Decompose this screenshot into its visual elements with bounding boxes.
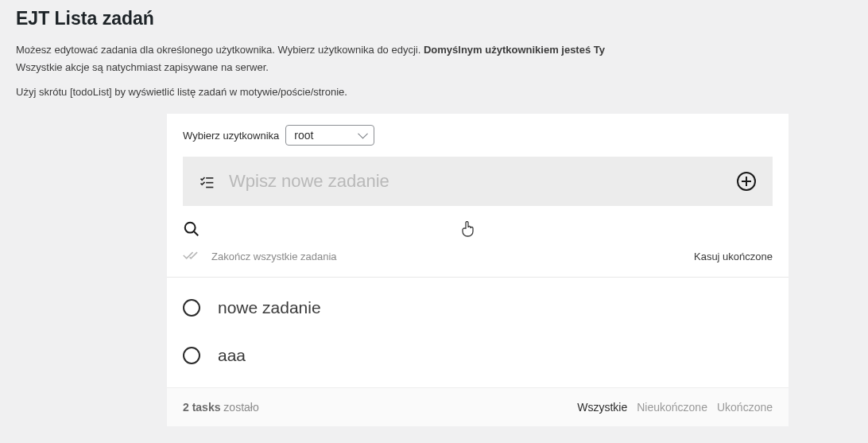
task-list: nowe zadanie aaa <box>167 278 789 387</box>
new-task-bar <box>183 157 773 206</box>
bulk-actions-row: Zakończ wszystkie zadania Kasuj ukończon… <box>167 249 789 278</box>
task-count: 2 tasks zostało <box>183 401 259 414</box>
checklist-icon <box>199 173 215 189</box>
intro-text: Możesz edytować zadania dla określonego … <box>16 41 852 76</box>
svg-point-6 <box>185 223 196 233</box>
plus-circle-icon <box>736 171 757 192</box>
complete-all-button[interactable]: Zakończ wszystkie zadania <box>183 249 337 264</box>
todo-footer: 2 tasks zostało Wszystkie Nieukończone U… <box>167 387 789 426</box>
double-check-icon <box>183 249 200 264</box>
user-select-label: Wybierz uzytkownika <box>183 130 279 142</box>
task-label[interactable]: nowe zadanie <box>218 298 321 317</box>
user-select-row: Wybierz uzytkownika root <box>167 125 789 157</box>
add-task-button[interactable] <box>736 171 757 192</box>
task-toggle-checkbox[interactable] <box>183 299 200 317</box>
todo-panel: Wybierz uzytkownika root <box>167 114 789 426</box>
svg-line-7 <box>194 231 198 235</box>
page-title: EJT Lista zadań <box>16 8 852 29</box>
new-task-input[interactable] <box>229 171 722 192</box>
filter-group: Wszystkie Nieukończone Ukończone <box>577 401 773 414</box>
task-item: nowe zadanie <box>167 284 789 332</box>
task-toggle-checkbox[interactable] <box>183 347 200 364</box>
task-label[interactable]: aaa <box>218 346 246 365</box>
filter-all[interactable]: Wszystkie <box>577 401 627 414</box>
filter-active[interactable]: Nieukończone <box>637 401 707 414</box>
user-select-dropdown[interactable]: root <box>285 125 374 146</box>
task-item: aaa <box>167 332 789 379</box>
search-icon[interactable] <box>183 227 200 240</box>
search-row <box>167 206 789 249</box>
clear-completed-button[interactable]: Kasuj ukończone <box>694 251 773 262</box>
filter-completed[interactable]: Ukończone <box>717 401 773 414</box>
shortcode-hint: Użyj skrótu [todoList] by wyświetlić lis… <box>16 86 852 98</box>
